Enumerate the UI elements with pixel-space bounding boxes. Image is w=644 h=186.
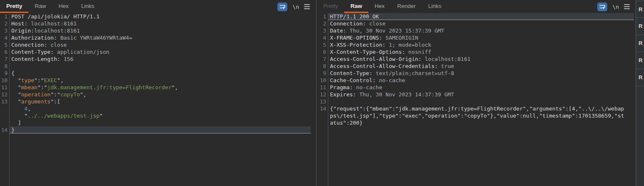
word-wrap-icon — [279, 4, 286, 10]
line-number — [0, 119, 9, 126]
line-content: Pragma: no-cache — [328, 84, 635, 91]
line-content — [328, 98, 635, 105]
line-number: 7 — [317, 55, 328, 63]
line-content: Origin:localhost:8161 — [9, 27, 316, 34]
line-content — [9, 63, 316, 70]
response-editor-text-area[interactable]: 1HTTP/1.1 200 OK2Connection: close3Date:… — [317, 13, 635, 186]
code-line: 5X-XSS-Protection: 1; mode=block — [317, 41, 635, 48]
line-number: 4 — [0, 34, 9, 41]
word-wrap-toggle-button[interactable] — [277, 3, 287, 11]
response-toolbar: \n — [597, 2, 630, 11]
line-content: "mbean":"jdk.management.jfr:type=FlightR… — [9, 84, 316, 91]
tab-pretty[interactable]: Pretty — [0, 0, 28, 13]
tab-render[interactable]: Render — [391, 0, 422, 13]
line-content: {"request":{"mbean":"jdk.management.jfr:… — [328, 105, 635, 112]
tab-raw[interactable]: Raw — [28, 0, 52, 13]
code-line: 9{ — [0, 70, 316, 77]
code-line: ] — [0, 119, 316, 126]
line-content: "type":"EXEC", — [9, 77, 316, 84]
response-tabbar: PrettyRawHexRenderLinks — [317, 0, 635, 13]
hamburger-menu-button[interactable] — [304, 4, 310, 9]
line-content: "../../webapps/test.jsp" — [9, 112, 316, 119]
inspector-section-tab[interactable]: R — [636, 35, 644, 52]
line-number: 13 — [0, 98, 9, 105]
tab-pretty[interactable]: Pretty — [317, 0, 344, 13]
line-content: Connection: close — [9, 41, 316, 48]
inspector-section-tab[interactable]: R — [636, 18, 644, 35]
code-line: 11 "mbean":"jdk.management.jfr:type=Flig… — [0, 84, 316, 91]
line-number: 13 — [317, 98, 328, 105]
line-number: 2 — [317, 20, 328, 27]
line-number: 6 — [317, 48, 328, 55]
line-content: Host: localhost:8161 — [9, 20, 316, 27]
line-number: 6 — [0, 48, 9, 55]
line-number: 5 — [317, 41, 328, 48]
line-content: ] — [9, 119, 316, 126]
line-content: "arguments":[ — [9, 98, 316, 105]
line-number: 3 — [0, 27, 9, 34]
line-number — [0, 112, 9, 119]
code-line: 8 — [0, 63, 316, 70]
line-number: 2 — [0, 20, 9, 27]
code-line: 12Expires: Thu, 30 Nov 2023 14:37:39 GMT — [317, 91, 635, 98]
line-number — [317, 119, 328, 126]
line-content: POST /api/jolokia/ HTTP/1.1 — [9, 13, 316, 20]
newline-toggle-button[interactable]: \n — [612, 4, 619, 10]
code-line: 9Content-Type: text/plain;charset=utf-8 — [317, 70, 635, 77]
line-content: Access-Control-Allow-Credentials: true — [328, 63, 635, 70]
newline-toggle-button[interactable]: \n — [292, 4, 299, 10]
inspector-section-tab[interactable]: R — [636, 69, 644, 86]
request-panel: PrettyRawHexLinks \n 1POST /api/jolokia/… — [0, 0, 317, 186]
word-wrap-icon — [599, 4, 606, 10]
line-number: 8 — [0, 63, 9, 70]
line-number: 5 — [0, 41, 9, 48]
code-line: 14{"request":{"mbean":"jdk.management.jf… — [317, 105, 635, 112]
line-content: 4, — [9, 105, 316, 112]
code-line: 13 — [317, 98, 635, 105]
burp-message-viewer: PrettyRawHexLinks \n 1POST /api/jolokia/… — [0, 0, 644, 186]
code-line: 13 "arguments":[ — [0, 98, 316, 105]
code-line: 6Content-Type: application/json — [0, 48, 316, 55]
line-number: 8 — [317, 63, 328, 70]
tab-links[interactable]: Links — [422, 0, 448, 13]
line-number: 1 — [317, 13, 328, 20]
tab-raw[interactable]: Raw — [344, 0, 368, 13]
tab-hex[interactable]: Hex — [52, 0, 75, 13]
line-number: 11 — [317, 84, 328, 91]
line-content: Connection: close — [328, 20, 635, 27]
inspector-sidebar-collapsed: RRRRR — [636, 0, 644, 186]
code-line: 14} — [0, 126, 316, 133]
code-line: 11Pragma: no-cache — [317, 84, 635, 91]
line-number: 12 — [317, 91, 328, 98]
line-content: Authorization: Basic YWRtaW46YWRtaW4= — [9, 34, 316, 41]
line-content: X-FRAME-OPTIONS: SAMEORIGIN — [328, 34, 635, 41]
code-line: 5Connection: close — [0, 41, 316, 48]
line-number: 10 — [317, 77, 328, 84]
code-line: 3Date: Thu, 30 Nov 2023 15:37:39 GMT — [317, 27, 635, 34]
line-number: 11 — [0, 84, 9, 91]
code-line: 3Origin:localhost:8161 — [0, 27, 316, 34]
word-wrap-toggle-button[interactable] — [597, 3, 607, 11]
code-line: 10 "type":"EXEC", — [0, 77, 316, 84]
line-content: Content-Type: text/plain;charset=utf-8 — [328, 70, 635, 77]
hamburger-menu-button[interactable] — [624, 4, 630, 9]
inspector-section-tab[interactable]: R — [636, 52, 644, 69]
line-content: Access-Control-Allow-Origin: localhost:8… — [328, 55, 635, 63]
request-tabbar: PrettyRawHexLinks — [0, 0, 316, 13]
line-content: Date: Thu, 30 Nov 2023 15:37:39 GMT — [328, 27, 635, 34]
code-line: 1POST /api/jolokia/ HTTP/1.1 — [0, 13, 316, 20]
tab-links[interactable]: Links — [75, 0, 101, 13]
tab-hex[interactable]: Hex — [368, 0, 391, 13]
line-number: 9 — [0, 70, 9, 77]
line-number: 10 — [0, 77, 9, 84]
line-number: 7 — [0, 55, 9, 63]
line-content: Cache-Control: no-cache — [328, 77, 635, 84]
code-line: 7Access-Control-Allow-Origin: localhost:… — [317, 55, 635, 63]
code-line: 2Host: localhost:8161 — [0, 20, 316, 27]
line-content: X-Content-Type-Options: nosniff — [328, 48, 635, 55]
line-number: 12 — [0, 91, 9, 98]
request-editor-text-area[interactable]: 1POST /api/jolokia/ HTTP/1.12Host: local… — [0, 13, 316, 186]
line-number: 14 — [317, 105, 328, 112]
line-number: 1 — [0, 13, 9, 20]
inspector-section-tab[interactable]: R — [636, 1, 644, 18]
